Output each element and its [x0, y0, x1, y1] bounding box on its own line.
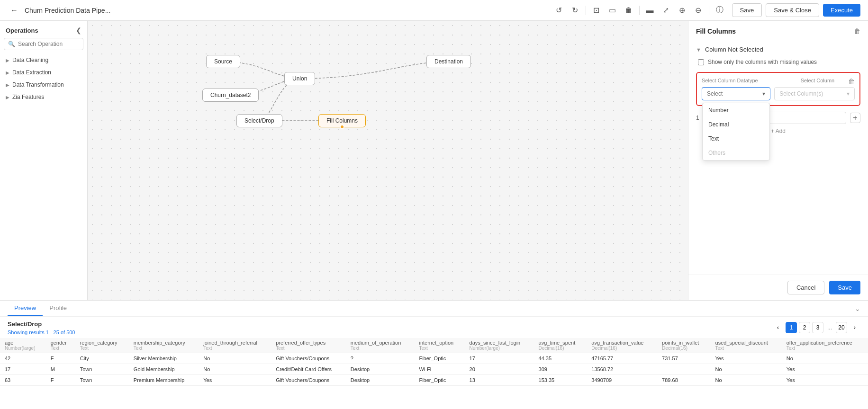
snap-button[interactable]: ⊡: [590, 4, 603, 17]
fillcolumns-node[interactable]: Fill Columns: [318, 114, 366, 127]
sidebar-collapse-button[interactable]: ❮: [76, 27, 81, 34]
table-col-used_special_discount: used_special_discountText: [711, 338, 782, 353]
page-1-button[interactable]: 1: [786, 322, 797, 333]
table-cell: No: [782, 353, 868, 364]
table-row: 42FCitySilver MembershipNoGift Vouchers/…: [0, 353, 868, 364]
table-cell: Desktop: [346, 364, 415, 375]
page-title: Churn Prediction Data Pipe...: [25, 7, 110, 14]
table-cell: 17: [0, 364, 46, 375]
sidebar-item-data-extraction[interactable]: ▶ Data Extraction: [0, 66, 87, 79]
missing-values-checkbox[interactable]: [698, 59, 704, 65]
table-col-avg_transaction_value: avg_transaction_valueDecimal(16): [587, 338, 657, 353]
table-body: 42FCitySilver MembershipNoGift Vouchers/…: [0, 353, 868, 386]
table-cell: Desktop: [346, 375, 415, 386]
datatype-dropdown-menu[interactable]: Number Decimal Text Others: [702, 103, 770, 160]
sidebar-search[interactable]: 🔍: [4, 38, 83, 50]
dropdown-arrow-icon: ▾: [762, 90, 765, 97]
tab-profile[interactable]: Profile: [43, 301, 73, 316]
table-cell: 731.57: [657, 353, 710, 364]
table-cell: Gold Membership: [129, 364, 199, 375]
table-header: ageNumber(large)genderTextregion_categor…: [0, 338, 868, 353]
table-col-offer_application_preference: offer_application_preferenceText: [782, 338, 868, 353]
checkbox-label: Show only the columns with missing value…: [708, 59, 817, 65]
node-label: Select/Drop: [244, 117, 274, 124]
delete-panel-button[interactable]: 🗑: [854, 27, 860, 35]
checkbox-row: Show only the columns with missing value…: [696, 59, 860, 65]
fill-value-input[interactable]: [767, 112, 846, 124]
table-cell: 20: [465, 364, 534, 375]
union-node[interactable]: Union: [284, 72, 315, 85]
sidebar-item-data-transformation[interactable]: ▶ Data Transformation: [0, 79, 87, 91]
sidebar-item-data-cleaning[interactable]: ▶ Data Cleaning: [0, 54, 87, 66]
table-col-internet_option: internet_optionText: [414, 338, 464, 353]
dropdown-item-decimal[interactable]: Decimal: [703, 117, 769, 132]
sidebar-item-zia-features[interactable]: ▶ Zia Features: [0, 91, 87, 103]
zoom-out-button[interactable]: ⊖: [692, 4, 705, 17]
datatype-dropdown[interactable]: Select ▾ Number Decimal Text Others: [702, 87, 770, 100]
zoom-in-button[interactable]: ⊕: [676, 4, 689, 17]
back-button[interactable]: ←: [8, 4, 21, 17]
main-area: Operations ❮ 🔍 ▶ Data Cleaning ▶ Data Ex…: [0, 21, 868, 300]
next-page-button[interactable]: ›: [849, 322, 860, 333]
column-select-value: Select Column(s): [779, 90, 823, 97]
table-cell: 13: [465, 375, 534, 386]
column-select-dropdown[interactable]: Select Column(s) ▾: [774, 87, 855, 100]
collapse-icon[interactable]: ▼: [696, 47, 701, 53]
bottom-content: Select/Drop Showing results 1 - 25 of 50…: [0, 317, 868, 409]
col-labels-row: Select Column Datatype Select Column 🗑: [702, 78, 855, 85]
delete-col-button[interactable]: 🗑: [848, 78, 855, 85]
dropdown-item-number[interactable]: Number: [703, 103, 769, 117]
prev-page-button[interactable]: ‹: [772, 322, 784, 333]
separator-3: [709, 6, 709, 15]
execute-button[interactable]: Execute: [823, 4, 860, 17]
save-panel-button[interactable]: Save: [829, 281, 860, 294]
table-title: Select/Drop: [0, 317, 83, 329]
dropdown-arrow-icon: ▾: [847, 90, 850, 97]
search-input[interactable]: [18, 41, 79, 47]
page-20-button[interactable]: 20: [836, 322, 847, 333]
source-node[interactable]: Source: [206, 55, 240, 68]
table-cell: Town: [75, 375, 129, 386]
page-2-button[interactable]: 2: [799, 322, 810, 333]
destination-node[interactable]: Destination: [426, 55, 471, 68]
pipeline-canvas[interactable]: Source Union Churn_dataset2 Destination …: [88, 21, 688, 300]
fullscreen-button[interactable]: ⤢: [660, 4, 673, 17]
table-col-membership_category: membership_categoryText: [129, 338, 199, 353]
chevron-icon: ▶: [6, 70, 9, 75]
data-table: ageNumber(large)genderTextregion_categor…: [0, 338, 868, 386]
delete-button[interactable]: 🗑: [622, 4, 635, 17]
right-panel-title: Fill Columns: [696, 27, 736, 35]
help-button[interactable]: ⓘ: [713, 4, 726, 17]
table-cell: ?: [346, 353, 415, 364]
table-cell: Yes: [711, 353, 782, 364]
save-button[interactable]: Save: [732, 3, 762, 17]
node-label: Fill Columns: [326, 117, 358, 124]
table-col-days_since_last_login: days_since_last_loginNumber(large): [465, 338, 534, 353]
selectdrop-node[interactable]: Select/Drop: [236, 114, 282, 127]
sidebar: Operations ❮ 🔍 ▶ Data Cleaning ▶ Data Ex…: [0, 21, 88, 300]
topbar-left: ← Churn Prediction Data Pipe...: [8, 4, 547, 17]
page-3-button[interactable]: 3: [812, 322, 823, 333]
layout-button[interactable]: ▭: [606, 4, 619, 17]
table-cell: 309: [534, 364, 587, 375]
table-col-age: ageNumber(large): [0, 338, 46, 353]
preview-button[interactable]: ▬: [643, 4, 657, 17]
chevron-icon: ▶: [6, 58, 9, 63]
cancel-button[interactable]: Cancel: [787, 281, 824, 294]
table-cell: 13568.72: [587, 364, 657, 375]
table-cell: 42: [0, 353, 46, 364]
save-close-button[interactable]: Save & Close: [766, 3, 819, 17]
pagination: ‹ 1 2 3 ... 20 ›: [765, 320, 868, 335]
dropdown-item-text[interactable]: Text: [703, 132, 769, 146]
redo-button[interactable]: ↻: [569, 4, 582, 17]
churn-node[interactable]: Churn_dataset2: [202, 89, 259, 102]
expand-icon[interactable]: ⌄: [855, 305, 860, 312]
tab-preview[interactable]: Preview: [8, 301, 43, 316]
undo-button[interactable]: ↺: [552, 4, 566, 17]
table-col-region_category: region_categoryText: [75, 338, 129, 353]
fill-add-button[interactable]: +: [850, 113, 860, 123]
table-cell: [657, 364, 710, 375]
table-cell: Yes: [782, 364, 868, 375]
dropdown-item-others[interactable]: Others: [703, 146, 769, 160]
table-col-medium_of_operation: medium_of_operationText: [346, 338, 415, 353]
